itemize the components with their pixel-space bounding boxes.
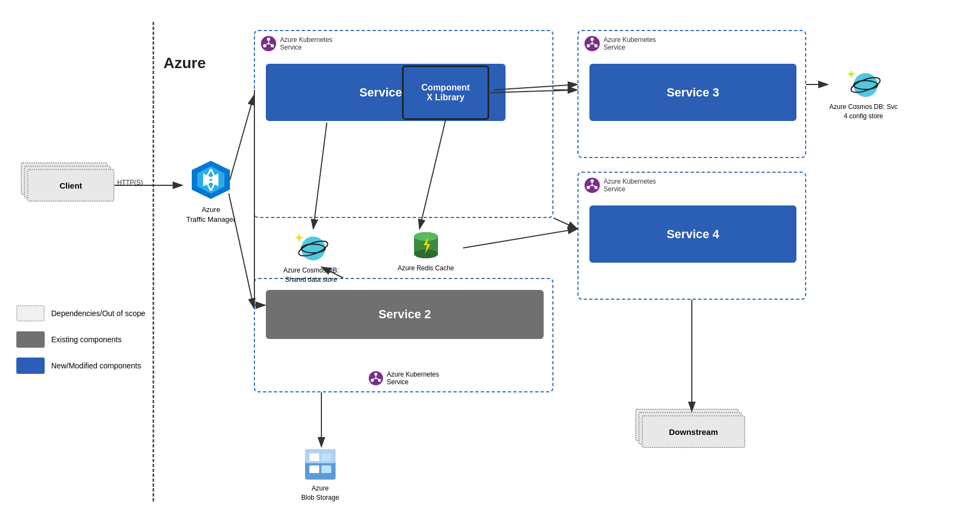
svg-point-48 — [854, 73, 878, 97]
legend-item-new: New/Modified components — [16, 358, 145, 374]
service4-label: Service 4 — [667, 227, 720, 241]
service3-label: Service 3 — [667, 86, 720, 100]
svg-line-66 — [463, 229, 577, 248]
blob-storage-icon — [303, 447, 338, 482]
aks-icon-2 — [584, 35, 600, 52]
svg-point-18 — [591, 43, 593, 45]
azure-label: Azure — [163, 54, 206, 72]
aks-label-text-3: Azure KubernetesService — [604, 178, 656, 193]
legend-label-new: New/Modified components — [51, 361, 141, 370]
traffic-manager-label: AzureTraffic Manager — [186, 205, 235, 225]
svg-point-39 — [301, 237, 325, 261]
traffic-manager-icon — [189, 158, 233, 202]
cosmos-shared-icon — [294, 229, 328, 264]
aks-label-2: Azure KubernetesService — [584, 35, 656, 52]
aks-container-service3: Azure KubernetesService Service 3 — [577, 30, 806, 158]
svg-point-45 — [414, 232, 438, 241]
redis-cache-label: Azure Redis Cache — [398, 264, 454, 273]
client-label: Client — [59, 181, 82, 190]
blob-storage-label: AzureBlob Storage — [301, 484, 339, 502]
svg-point-7 — [267, 38, 270, 41]
svg-rect-55 — [309, 465, 319, 473]
aks-container-service4: Azure KubernetesService Service 4 — [577, 172, 806, 300]
legend-label-exist: Existing components — [51, 335, 121, 344]
aks-icon-4 — [368, 371, 384, 386]
redis-cache: Azure Redis Cache — [398, 229, 454, 273]
aks-label-4: Azure KubernetesService — [368, 371, 439, 386]
svg-point-15 — [591, 38, 594, 41]
cosmos-svc4-icon — [846, 65, 881, 100]
cosmos-svc4: Azure Cosmos DB: Svc 4 config store — [828, 65, 899, 121]
diagram-container: Dependencies/Out of scope Existing compo… — [0, 0, 980, 527]
service3-box: Service 3 — [589, 64, 796, 121]
aks-icon-1 — [260, 35, 277, 52]
svg-point-23 — [591, 179, 594, 183]
legend-icon-exist — [16, 331, 45, 348]
cosmos-shared-label: Azure Cosmos DB:Shared data store — [283, 266, 339, 284]
service2-label: Service 2 — [379, 307, 431, 322]
aks-container-service2: Service 2 Azure KubernetesService — [254, 278, 553, 392]
legend-icon-dep — [16, 305, 45, 322]
legend-label-dep: Dependencies/Out of scope — [51, 309, 145, 318]
svg-marker-38 — [295, 233, 303, 242]
svg-rect-54 — [321, 453, 331, 461]
cosmos-shared: Azure Cosmos DB:Shared data store — [283, 229, 339, 284]
aks-icon-3 — [584, 177, 600, 193]
svg-point-10 — [267, 43, 270, 45]
legend-item-dep: Dependencies/Out of scope — [16, 305, 145, 322]
redis-cache-icon — [410, 229, 442, 262]
svg-point-26 — [591, 184, 593, 186]
aks-label-text-1: Azure KubernetesService — [280, 36, 332, 51]
svg-point-31 — [374, 373, 378, 376]
aks-label-text-4: Azure KubernetesService — [387, 371, 439, 386]
component-library-box: ComponentX Library — [402, 65, 489, 120]
svg-point-34 — [375, 377, 377, 379]
svg-marker-47 — [847, 70, 856, 78]
svg-line-73 — [553, 218, 577, 229]
aks-container-service1: Azure KubernetesService Service 1 — [254, 30, 553, 218]
service2-box: Service 2 — [266, 290, 544, 339]
aks-label-1: Azure KubernetesService — [260, 35, 332, 52]
https-label: HTTP(S) — [117, 179, 143, 186]
cosmos-svc4-label: Azure Cosmos DB: Svc 4 config store — [828, 102, 899, 121]
traffic-manager-label-text: AzureTraffic Manager — [186, 205, 235, 223]
legend: Dependencies/Out of scope Existing compo… — [16, 305, 145, 374]
downstream-label: Downstream — [669, 427, 718, 437]
boundary-line — [153, 22, 154, 501]
svg-rect-53 — [309, 453, 319, 461]
traffic-manager: AzureTraffic Manager — [186, 158, 235, 225]
component-library-label: ComponentX Library — [422, 83, 470, 102]
aks-label-text-2: Azure KubernetesService — [604, 36, 656, 51]
downstream-box: Downstream — [642, 415, 745, 448]
svg-rect-56 — [321, 465, 331, 473]
client-box: Client — [27, 169, 114, 202]
aks-label-3: Azure KubernetesService — [584, 177, 656, 193]
legend-item-exist: Existing components — [16, 331, 145, 348]
service4-box: Service 4 — [589, 205, 796, 263]
blob-storage: AzureBlob Storage — [301, 447, 339, 502]
legend-icon-new — [16, 358, 45, 374]
